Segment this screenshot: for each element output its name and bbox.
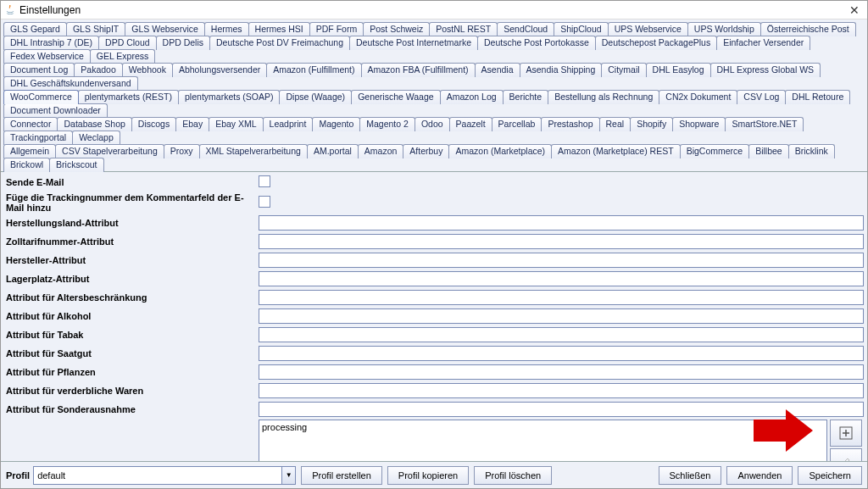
tab-brickowl[interactable]: Brickowl	[3, 158, 50, 172]
profil-select[interactable]: default ▼	[33, 466, 296, 485]
tab-amazon-marketplace-[interactable]: Amazon (Marketplace)	[448, 144, 552, 158]
input-herstellungsland[interactable]	[259, 215, 864, 231]
input-tabak[interactable]	[259, 327, 864, 342]
tab-connector[interactable]: Connector	[3, 117, 58, 131]
input-alkohol[interactable]	[259, 308, 864, 324]
tab-afterbuy[interactable]: Afterbuy	[403, 144, 449, 158]
statuscodes-item[interactable]: processing	[262, 422, 824, 432]
tab-database-shop[interactable]: Database Shop	[57, 117, 131, 131]
input-pflanzen[interactable]	[259, 364, 864, 380]
tab-ebay[interactable]: Ebay	[175, 117, 209, 131]
checkbox-tracking-kommentar[interactable]	[259, 196, 270, 208]
tab-plentymarkets-rest-[interactable]: plentymarkets (REST)	[78, 90, 179, 104]
tab-woocommerce[interactable]: WooCommerce	[3, 90, 79, 104]
tab-allgemein[interactable]: Allgemein	[3, 144, 56, 158]
tab-fedex-webservice[interactable]: Fedex Webservice	[3, 49, 91, 64]
tab-csv-log[interactable]: CSV Log	[737, 90, 786, 104]
tab-weclapp[interactable]: Weclapp	[72, 131, 120, 145]
tab-ebay-xml[interactable]: Ebay XML	[209, 117, 263, 131]
anwenden-button[interactable]: Anwenden	[726, 466, 793, 485]
speichern-button[interactable]: Speichern	[798, 466, 862, 485]
tab-bigcommerce[interactable]: BigCommerce	[680, 144, 750, 158]
tab-hermes[interactable]: Hermes	[204, 22, 249, 36]
tab-pdf-form[interactable]: PDF Form	[309, 22, 364, 36]
tab-paazelt[interactable]: Paazelt	[449, 117, 492, 131]
profil-kopieren-button[interactable]: Profil kopieren	[387, 466, 469, 485]
tab--sterreichische-post[interactable]: Österreichische Post	[760, 22, 856, 36]
tab-deutschepost-packageplus[interactable]: Deutschepost PackagePlus	[595, 36, 717, 50]
tab-amazon-fba-fulfillment-[interactable]: Amazon FBA (Fulfillment)	[361, 63, 476, 77]
tab-real[interactable]: Real	[599, 117, 632, 131]
input-hersteller[interactable]	[259, 253, 864, 268]
statuscode-add-button[interactable]	[830, 420, 862, 447]
tab-gls-shipit[interactable]: GLS ShipIT	[66, 22, 125, 36]
tab-dhl-retoure[interactable]: DHL Retoure	[785, 90, 850, 104]
tab-ups-worldship[interactable]: UPS Worldship	[687, 22, 761, 36]
tab-csv-stapelverarbeitung[interactable]: CSV Stapelverarbeitung	[55, 144, 164, 158]
tab-brickscout[interactable]: Brickscout	[49, 158, 103, 172]
tab-prestashop[interactable]: Prestashop	[541, 117, 599, 131]
tab-cn2x-dokument[interactable]: CN2x Dokument	[659, 90, 737, 104]
tab-trackingportal[interactable]: Trackingportal	[3, 131, 73, 145]
tab-hermes-hsi[interactable]: Hermes HSI	[248, 22, 310, 36]
tab-post-schweiz[interactable]: Post Schweiz	[363, 22, 430, 36]
tab-amazon-fulfillment-[interactable]: Amazon (Fulfillment)	[266, 63, 361, 77]
tab-am-portal[interactable]: AM.portal	[307, 144, 359, 158]
input-alter[interactable]	[259, 290, 864, 305]
tab-smartstore-net[interactable]: SmartStore.NET	[725, 117, 804, 131]
tab-webhook[interactable]: Webhook	[122, 63, 173, 77]
tab-billbee[interactable]: Billbee	[748, 144, 789, 158]
tab-gel-express[interactable]: GEL Express	[90, 49, 155, 64]
tab-magento-2[interactable]: Magento 2	[359, 117, 415, 131]
statuscodes-list[interactable]: processing	[259, 420, 827, 461]
tab-plentymarkets-soap-[interactable]: plentymarkets (SOAP)	[178, 90, 280, 104]
tab-abholungsversender[interactable]: Abholungsversender	[172, 63, 267, 77]
tab-magento[interactable]: Magento	[312, 117, 360, 131]
tab-einfacher-versender[interactable]: Einfacher Versender	[716, 36, 810, 50]
tab-berichte[interactable]: Berichte	[503, 90, 549, 104]
tab-bestellung-als-rechnung[interactable]: Bestellung als Rechnung	[548, 90, 659, 104]
tab-deutsche-post-portokasse[interactable]: Deutsche Post Portokasse	[477, 36, 596, 50]
input-zolltarif[interactable]	[259, 234, 864, 249]
tab-postnl-rest[interactable]: PostNL REST	[429, 22, 498, 36]
tab-amazon[interactable]: Amazon	[358, 144, 404, 158]
tab-dhl-easylog[interactable]: DHL Easylog	[646, 63, 711, 77]
tab-shipcloud[interactable]: ShipCloud	[554, 22, 608, 36]
checkbox-sende-email[interactable]	[259, 175, 270, 187]
tab-gls-webservice[interactable]: GLS Webservice	[125, 22, 205, 36]
tab-sendcloud[interactable]: SendCloud	[497, 22, 554, 36]
tab-deutsche-post-internetmarke[interactable]: Deutsche Post Internetmarke	[349, 36, 478, 50]
profil-loeschen-button[interactable]: Profil löschen	[474, 466, 552, 485]
tab-document-log[interactable]: Document Log	[3, 63, 75, 77]
tab-amazon-marketplace-rest[interactable]: Amazon (Marketplace) REST	[551, 144, 681, 158]
tab-asendia-shipping[interactable]: Asendia Shipping	[520, 63, 603, 77]
tab-pakadoo[interactable]: Pakadoo	[74, 63, 122, 77]
tab-parcellab[interactable]: Parcellab	[492, 117, 542, 131]
tab-odoo[interactable]: Odoo	[415, 117, 450, 131]
schliessen-button[interactable]: Schließen	[659, 466, 722, 485]
tab-leadprint[interactable]: Leadprint	[263, 117, 314, 131]
close-button[interactable]: ✕	[845, 1, 864, 19]
input-lagerplatz[interactable]	[259, 271, 864, 286]
tab-dipse-waage-[interactable]: Dipse (Waage)	[279, 90, 352, 104]
tab-dhl-intraship-7-de-[interactable]: DHL Intraship 7 (DE)	[3, 36, 99, 50]
tab-ups-webservice[interactable]: UPS Webservice	[608, 22, 688, 36]
tab-citymail[interactable]: Citymail	[601, 63, 646, 77]
tab-bricklink[interactable]: Bricklink	[788, 144, 835, 158]
tab-shopify[interactable]: Shopify	[630, 117, 673, 131]
tab-shopware[interactable]: Shopware	[672, 117, 726, 131]
tab-document-downloader[interactable]: Document Downloader	[3, 103, 108, 118]
tab-deutsche-post-dv-freimachung[interactable]: Deutsche Post DV Freimachung	[209, 36, 350, 50]
tab-generische-waage[interactable]: Generische Waage	[351, 90, 441, 104]
statuscode-edit-button[interactable]	[830, 448, 862, 461]
tab-dpd-cloud[interactable]: DPD Cloud	[98, 36, 157, 50]
tab-proxy[interactable]: Proxy	[164, 144, 200, 158]
tab-gls-gepard[interactable]: GLS Gepard	[3, 22, 67, 36]
input-saatgut[interactable]	[259, 346, 864, 361]
profil-erstellen-button[interactable]: Profil erstellen	[301, 466, 382, 485]
tab-xml-stapelverarbeitung[interactable]: XML Stapelverarbeitung	[199, 144, 308, 158]
tab-amazon-log[interactable]: Amazon Log	[440, 90, 504, 104]
tab-discogs[interactable]: Discogs	[131, 117, 176, 131]
tab-dpd-delis[interactable]: DPD Delis	[156, 36, 210, 50]
input-sonderausnahme[interactable]	[259, 402, 864, 417]
